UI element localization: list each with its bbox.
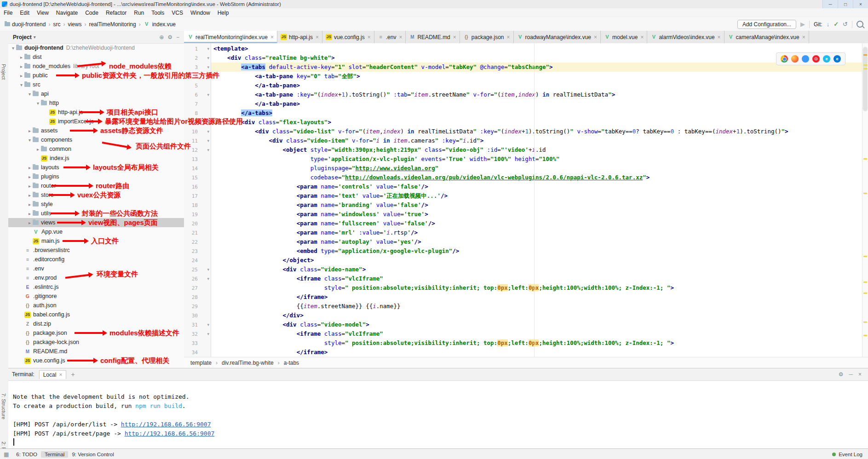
code-line[interactable]: <param name='windowless' value='true'> bbox=[213, 210, 428, 219]
menu-item-file[interactable]: File bbox=[0, 8, 16, 17]
code-line[interactable]: <div class="video-list" v-for="(item,ind… bbox=[213, 127, 788, 136]
status-bar-6-todo[interactable]: 6: TODO bbox=[12, 451, 41, 458]
minimize-panel-icon[interactable]: ─ bbox=[849, 371, 853, 378]
tree-toggle-icon[interactable]: ▸ bbox=[27, 193, 33, 198]
safari-icon[interactable] bbox=[802, 55, 809, 63]
opera-icon[interactable]: O bbox=[812, 55, 820, 63]
tree-item[interactable]: ≡.browserslistrc bbox=[8, 246, 184, 255]
code-line[interactable]: <div class="video-model"> bbox=[213, 320, 369, 329]
tree-item[interactable]: JShttp-api.js bbox=[8, 108, 184, 117]
tool-stripe-structure[interactable]: 7: Structure bbox=[1, 393, 6, 419]
menu-item-edit[interactable]: Edit bbox=[16, 8, 33, 17]
code-line[interactable]: <template> bbox=[213, 44, 248, 53]
error-stripe-mark[interactable] bbox=[863, 321, 867, 323]
menu-item-refactor[interactable]: Refactor bbox=[102, 8, 130, 17]
tree-item[interactable]: JSimportExcel.js bbox=[8, 117, 184, 126]
tree-item[interactable]: Zdist.zip bbox=[8, 319, 184, 328]
tree-item[interactable]: ▾api bbox=[8, 89, 184, 98]
fold-icon[interactable]: ▾ bbox=[207, 120, 209, 125]
tree-item[interactable]: ▸assets bbox=[8, 126, 184, 135]
tree-toggle-icon[interactable]: ▸ bbox=[27, 202, 33, 207]
tool-stripe-project[interactable]: Project bbox=[1, 64, 6, 80]
breadcrumb-item[interactable]: template bbox=[190, 360, 213, 366]
tree-item[interactable]: ▸public bbox=[8, 71, 184, 80]
editor-tab[interactable]: Vmodel.vue× bbox=[601, 31, 647, 43]
menu-item-window[interactable]: Window bbox=[187, 8, 214, 17]
code-line[interactable]: <a-tab-pane :key="(index+1).toString()" … bbox=[213, 90, 615, 99]
firefox-icon[interactable] bbox=[791, 55, 799, 63]
scrollbar-thumb[interactable] bbox=[863, 47, 868, 111]
terminal-tab-local[interactable]: Local × bbox=[39, 370, 67, 379]
git-revert-icon[interactable] bbox=[843, 21, 848, 28]
editor-tab[interactable]: VroadwayManage\index.vue× bbox=[514, 31, 601, 43]
editor-tab[interactable]: {}package.json× bbox=[460, 31, 514, 43]
ie-icon[interactable]: e bbox=[823, 55, 830, 63]
menu-item-view[interactable]: View bbox=[33, 8, 52, 17]
tree-toggle-icon[interactable]: ▸ bbox=[35, 147, 41, 152]
close-icon[interactable]: × bbox=[640, 34, 644, 40]
tree-item[interactable]: ▾http bbox=[8, 98, 184, 108]
code-line[interactable]: <object style="width:390px;height:219px"… bbox=[213, 145, 546, 155]
code-line[interactable]: <iframe class="vlcIframe" bbox=[213, 274, 383, 283]
error-stripe-mark[interactable] bbox=[863, 64, 867, 66]
close-button[interactable]: × bbox=[853, 0, 868, 8]
tree-item[interactable]: {}auth.json bbox=[8, 301, 184, 310]
maximize-button[interactable]: □ bbox=[838, 0, 853, 8]
tree-item[interactable]: ▾duoji-frontendD:\zheheWeb\duoji-fronten… bbox=[8, 43, 184, 52]
git-commit-icon[interactable] bbox=[834, 21, 839, 28]
code-line[interactable]: </iframe> bbox=[213, 348, 328, 357]
tree-toggle-icon[interactable]: ▸ bbox=[27, 174, 33, 179]
breadcrumb-item[interactable]: div.realTime.bg-white bbox=[221, 360, 275, 366]
code-line[interactable]: <param name='mrl' :value='i.rtsp'/> bbox=[213, 228, 418, 237]
tree-item[interactable]: ▸style bbox=[8, 200, 184, 209]
tree-item[interactable]: E.eslintrc.js bbox=[8, 282, 184, 292]
breadcrumb-item[interactable]: views bbox=[67, 21, 82, 28]
fold-icon[interactable]: ▾ bbox=[207, 138, 209, 143]
tree-toggle-icon[interactable]: ▸ bbox=[18, 73, 24, 78]
code-line[interactable]: {{item.streetName}} {{i.name}} bbox=[213, 302, 400, 311]
tree-toggle-icon[interactable]: ▾ bbox=[35, 101, 41, 106]
fold-icon[interactable]: ▾ bbox=[207, 46, 209, 51]
tree-item[interactable]: {}package.json bbox=[8, 328, 184, 338]
tree-item[interactable]: ▸router bbox=[8, 181, 184, 190]
tree-item[interactable]: ≡.env bbox=[8, 264, 184, 273]
error-stripe-mark[interactable] bbox=[863, 54, 867, 56]
terminal-link[interactable]: http://192.168.66.56:9007 bbox=[125, 430, 215, 437]
status-bar-9-version-control[interactable]: 9: Version Control bbox=[68, 451, 117, 458]
tree-item[interactable]: MREADME.md bbox=[8, 347, 184, 356]
close-panel-icon[interactable]: × bbox=[858, 371, 862, 378]
run-icon[interactable] bbox=[800, 21, 805, 28]
tree-toggle-icon[interactable]: ▸ bbox=[27, 184, 33, 189]
gear-icon[interactable] bbox=[167, 34, 172, 40]
error-stripe-mark[interactable] bbox=[863, 193, 867, 194]
tree-item[interactable]: ▾components bbox=[8, 135, 184, 144]
fold-icon[interactable]: ▾ bbox=[207, 74, 209, 79]
code-line[interactable]: </a-tabs> bbox=[213, 109, 272, 118]
tree-item[interactable]: JSbabel.config.js bbox=[8, 310, 184, 319]
close-icon[interactable]: × bbox=[399, 34, 402, 40]
code-line[interactable]: </div> bbox=[213, 311, 304, 320]
gear-icon[interactable] bbox=[839, 371, 844, 378]
code-line[interactable]: </a-tab-pane> bbox=[213, 81, 300, 90]
error-stripe-mark[interactable] bbox=[863, 158, 867, 160]
tree-item[interactable]: JSvue.config.js bbox=[8, 356, 184, 365]
code-line[interactable]: <iframe class="vlcIframe" bbox=[213, 329, 383, 339]
status-bar-terminal[interactable]: Terminal bbox=[41, 451, 68, 458]
breadcrumb-item[interactable]: a-tabs bbox=[283, 360, 300, 366]
editor[interactable]: <template> <div class="realTime bg-white… bbox=[184, 43, 862, 357]
tree-item[interactable]: ▸common bbox=[8, 144, 184, 154]
code-line[interactable]: style=" position:absolute;visibility:inh… bbox=[213, 339, 674, 348]
chrome-icon[interactable] bbox=[781, 55, 788, 63]
code-line[interactable]: <param name='controls' value='false'/> bbox=[213, 182, 428, 191]
menu-item-vcs[interactable]: VCS bbox=[168, 8, 187, 17]
close-icon[interactable]: × bbox=[316, 34, 319, 40]
terminal-link[interactable]: http://192.168.66.56:9007 bbox=[121, 421, 211, 428]
minimize-button[interactable]: ─ bbox=[822, 0, 838, 8]
code-line[interactable]: <embed type="application/x-google-vlc-pl… bbox=[213, 247, 459, 256]
code-line[interactable]: type='application/x-vlc-plugin' events='… bbox=[213, 155, 560, 164]
fold-icon[interactable]: ▾ bbox=[207, 332, 209, 336]
edge-icon[interactable]: e bbox=[834, 55, 841, 63]
tree-toggle-icon[interactable]: ▸ bbox=[18, 55, 24, 60]
menu-item-tools[interactable]: Tools bbox=[148, 8, 168, 17]
error-stripe[interactable] bbox=[862, 43, 868, 357]
